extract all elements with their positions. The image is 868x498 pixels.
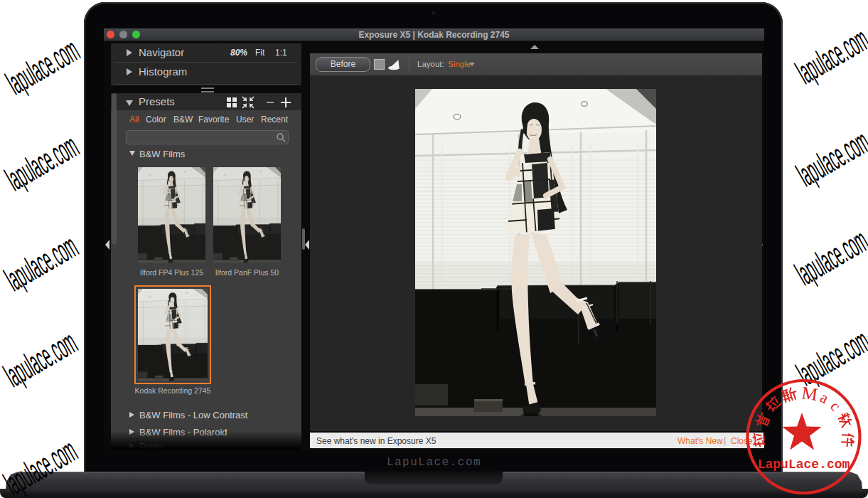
svg-text:c: c <box>827 397 845 415</box>
svg-text:a: a <box>818 388 832 408</box>
svg-text:LapuLace.com: LapuLace.com <box>758 457 850 472</box>
svg-text:M: M <box>800 383 819 404</box>
